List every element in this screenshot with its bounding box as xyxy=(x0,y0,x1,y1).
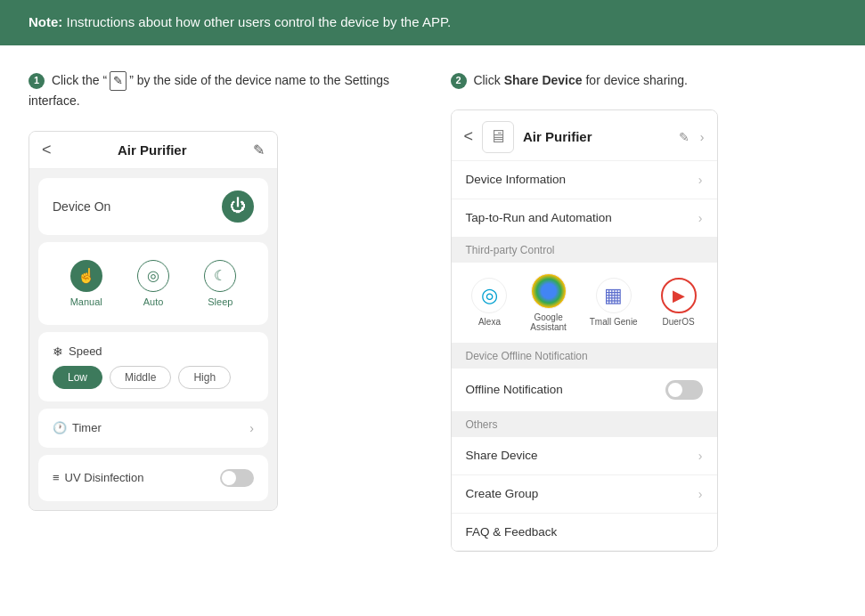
alexa-item[interactable]: ◎ Alexa xyxy=(471,278,507,327)
phone-header: < Air Purifier ✎ xyxy=(29,132,277,169)
settings-header: < 🖥 Air Purifier ✎ › xyxy=(452,110,717,161)
device-on-label: Device On xyxy=(53,199,110,214)
edit-icon-ref: ✎ xyxy=(110,71,126,92)
offline-toggle[interactable] xyxy=(665,380,703,400)
note-text: Instructions about how other users contr… xyxy=(62,14,451,29)
tap-to-run-label: Tap-to-Run and Automation xyxy=(466,211,612,224)
settings-body: Device Information › Tap-to-Run and Auto… xyxy=(452,161,717,551)
third-party-icons-section: ◎ Alexa GoogleAssistant ▦ Tmall Genie xyxy=(452,263,717,344)
timer-chevron: › xyxy=(249,421,254,435)
create-group-row[interactable]: Create Group › xyxy=(452,475,717,514)
dueros-item[interactable]: ▶ DuerOS xyxy=(661,278,697,327)
tmall-genie-label: Tmall Genie xyxy=(590,317,638,327)
speed-buttons: Low Middle High xyxy=(53,366,254,389)
others-section-label: Others xyxy=(452,412,717,437)
device-icon: 🖥 xyxy=(482,121,514,153)
dueros-label: DuerOS xyxy=(662,317,694,327)
mode-manual[interactable]: ☝ Manual xyxy=(70,260,102,307)
speed-icon: ❄ xyxy=(53,344,63,359)
tmall-genie-item[interactable]: ▦ Tmall Genie xyxy=(590,278,638,327)
mode-row: ☝ Manual ◎ Auto ☾ Sleep xyxy=(53,255,254,312)
google-assistant-label: GoogleAssistant xyxy=(530,312,567,332)
left-phone-mockup: < Air Purifier ✎ Device On ⏻ ☝ xyxy=(29,131,278,511)
device-information-row[interactable]: Device Information › xyxy=(452,161,717,199)
back-button[interactable]: < xyxy=(42,141,52,159)
speed-high-button[interactable]: High xyxy=(178,366,231,389)
speed-low-button[interactable]: Low xyxy=(53,366,102,389)
phone-edit-button[interactable]: ✎ xyxy=(253,142,265,158)
timer-card[interactable]: 🕐 Timer › xyxy=(38,409,268,448)
uv-row: ≡ UV Disinfection xyxy=(53,467,254,489)
device-information-label: Device Information xyxy=(466,173,567,186)
third-party-icons-row: ◎ Alexa GoogleAssistant ▦ Tmall Genie xyxy=(461,273,708,332)
mode-sleep[interactable]: ☾ Sleep xyxy=(204,260,236,307)
settings-edit-button[interactable]: ✎ xyxy=(679,130,690,144)
alexa-label: Alexa xyxy=(478,317,501,327)
device-on-row: Device On ⏻ xyxy=(53,190,254,223)
sleep-icon: ☾ xyxy=(204,260,236,292)
right-phone-mockup: < 🖥 Air Purifier ✎ › Device Information … xyxy=(451,109,718,552)
note-prefix: Note: xyxy=(29,14,62,29)
clock-icon: 🕐 xyxy=(53,421,67,434)
settings-device-title: Air Purifier xyxy=(523,129,670,144)
right-column: 2 Click Share Device for device sharing.… xyxy=(451,70,837,552)
alexa-icon: ◎ xyxy=(471,278,507,313)
auto-icon: ◎ xyxy=(137,260,169,292)
create-group-chevron: › xyxy=(698,487,703,501)
speed-text: Speed xyxy=(69,344,102,358)
offline-notification-label: Offline Notification xyxy=(466,383,563,396)
settings-back-button[interactable]: < xyxy=(464,127,474,146)
google-assistant-icon xyxy=(531,273,567,309)
note-bar: Note: Instructions about how other users… xyxy=(0,0,865,45)
left-instruction: 1 Click the “✎” by the side of the devic… xyxy=(29,70,415,111)
create-group-label: Create Group xyxy=(466,487,539,500)
third-party-section-label: Third-party Control xyxy=(452,238,717,263)
speed-middle-button[interactable]: Middle xyxy=(110,366,171,389)
faq-feedback-label: FAQ & Feedback xyxy=(466,525,558,539)
speed-card: ❄ Speed Low Middle High xyxy=(38,332,268,401)
power-button[interactable]: ⏻ xyxy=(222,190,254,223)
share-device-label: Share Device xyxy=(466,449,538,462)
phone-title: Air Purifier xyxy=(118,142,187,158)
uv-left: ≡ UV Disinfection xyxy=(53,471,143,484)
timer-label: Timer xyxy=(72,421,102,434)
step1-num: 1 xyxy=(29,73,45,89)
tmall-genie-icon: ▦ xyxy=(596,278,632,313)
timer-left: 🕐 Timer xyxy=(53,421,102,434)
offline-notification-row: Offline Notification xyxy=(452,369,717,412)
share-device-chevron: › xyxy=(698,449,703,463)
uv-label: UV Disinfection xyxy=(65,471,144,484)
mode-card: ☝ Manual ◎ Auto ☾ Sleep xyxy=(38,242,268,325)
left-column: 1 Click the “✎” by the side of the devic… xyxy=(29,70,415,552)
device-on-card: Device On ⏻ xyxy=(38,178,268,235)
mode-auto[interactable]: ◎ Auto xyxy=(137,260,169,307)
speed-section: ❄ Speed Low Middle High xyxy=(53,344,254,389)
uv-toggle[interactable] xyxy=(220,469,254,487)
uv-card: ≡ UV Disinfection xyxy=(38,455,268,501)
faq-feedback-row[interactable]: FAQ & Feedback xyxy=(452,514,717,551)
manual-label: Manual xyxy=(70,296,102,307)
right-instruction: 2 Click Share Device for device sharing. xyxy=(451,70,837,90)
settings-arrow: › xyxy=(700,130,705,144)
tap-to-run-chevron: › xyxy=(698,211,703,225)
share-device-bold: Share Device xyxy=(504,73,583,87)
speed-label: ❄ Speed xyxy=(53,344,254,359)
manual-icon: ☝ xyxy=(70,260,102,292)
sleep-label: Sleep xyxy=(208,296,233,307)
offline-section-label: Device Offline Notification xyxy=(452,344,717,369)
phone-body: Device On ⏻ ☝ Manual ◎ Auto xyxy=(29,169,277,510)
main-content: 1 Click the “✎” by the side of the devic… xyxy=(0,45,865,570)
device-information-chevron: › xyxy=(698,173,703,187)
timer-row: 🕐 Timer › xyxy=(53,421,254,435)
google-assistant-item[interactable]: GoogleAssistant xyxy=(530,273,567,332)
uv-icon: ≡ xyxy=(53,471,60,484)
dueros-icon: ▶ xyxy=(661,278,697,313)
step2-num: 2 xyxy=(451,73,467,89)
share-device-row[interactable]: Share Device › xyxy=(452,437,717,475)
auto-label: Auto xyxy=(143,296,164,307)
tap-to-run-row[interactable]: Tap-to-Run and Automation › xyxy=(452,199,717,238)
